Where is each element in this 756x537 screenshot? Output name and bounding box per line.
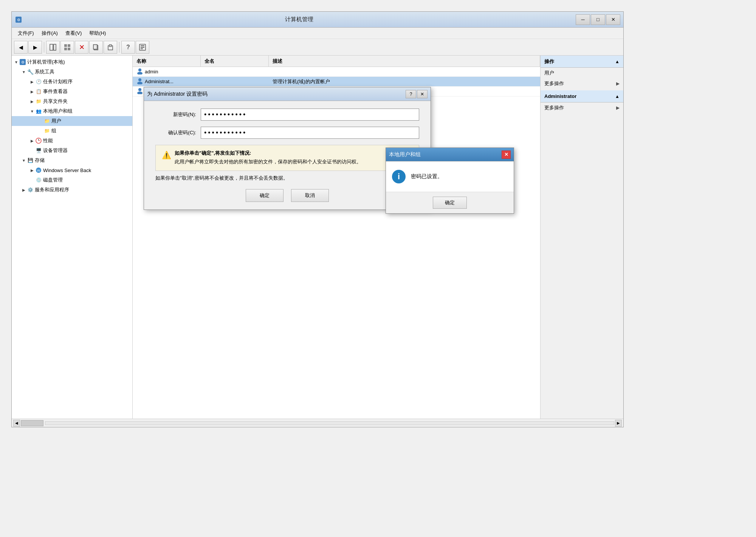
tree-label-3: 共享文件夹	[43, 98, 68, 105]
user-desc-1: 管理计算机(域)的内置帐户	[269, 78, 540, 85]
info-ok-button[interactable]: 确定	[433, 197, 467, 209]
tree-item-1[interactable]: ▶ 🕐 任务计划程序	[12, 77, 132, 87]
menu-view[interactable]: 查看(V)	[62, 29, 85, 37]
new-password-label: 新密码(N):	[155, 111, 201, 118]
toolbar-show-hide[interactable]	[46, 41, 60, 54]
right-section-title-1: 操作 ▲	[541, 56, 623, 68]
scroll-thumb[interactable]	[21, 420, 43, 426]
tree-item-9[interactable]: ▼ 💾 存储	[12, 155, 132, 165]
password-cancel-button[interactable]: 取消	[291, 189, 329, 202]
scroll-track[interactable]	[45, 421, 614, 425]
svg-point-23	[138, 68, 141, 71]
tree-toggle-7[interactable]: ▶	[29, 138, 35, 144]
close-button[interactable]: ✕	[606, 14, 620, 25]
tree-item-7[interactable]: ▶ 性能	[12, 136, 132, 146]
right-section-subtitle-1: 用户	[541, 68, 623, 78]
toolbar-back[interactable]: ◀	[14, 41, 28, 54]
svg-point-28	[137, 92, 143, 94]
warning-icon: ⚠️	[162, 151, 171, 160]
new-password-input[interactable]	[201, 109, 419, 121]
svg-rect-9	[93, 45, 97, 49]
svg-rect-2	[50, 44, 53, 50]
confirm-password-input[interactable]	[201, 127, 419, 139]
tree-root[interactable]: ▼ ⚙ 计算机管理(本地)	[12, 57, 132, 67]
toolbar: ◀ ▶ ✕	[12, 39, 623, 56]
info-dialog-close[interactable]: ✕	[502, 151, 511, 159]
toolbar-layout[interactable]	[60, 41, 74, 54]
password-ok-button[interactable]: 确定	[246, 189, 284, 202]
toolbar-help[interactable]: ?	[121, 41, 135, 54]
tree-item-12[interactable]: ▶ ⚙️ 服务和应用程序	[12, 185, 132, 195]
tree-toggle-2[interactable]: ▶	[29, 88, 35, 95]
tree-toggle-12[interactable]: ▶	[21, 187, 27, 193]
menu-help[interactable]: 帮助(H)	[86, 29, 109, 37]
tree-label-0: 系统工具	[35, 68, 54, 75]
tree-icon-7	[35, 137, 42, 144]
tree-item-4[interactable]: ▼ 👥 本地用户和组	[12, 106, 132, 116]
user-icon-1	[136, 78, 143, 85]
svg-rect-15	[141, 48, 143, 49]
header-name[interactable]: 名称	[133, 56, 201, 67]
header-fullname[interactable]: 全名	[201, 56, 269, 67]
info-dialog-title: 本地用户和组	[389, 151, 421, 158]
tree-item-2[interactable]: ▶ 📋 事件查看器	[12, 87, 132, 96]
confirm-password-label: 确认密码(C):	[155, 129, 201, 136]
user-icon-2	[136, 87, 143, 95]
tree-toggle-10[interactable]: ▶	[29, 167, 35, 173]
confirm-password-row: 确认密码(C):	[155, 127, 419, 139]
tree-item-6[interactable]: ▶ 📁 组	[12, 126, 132, 136]
toolbar-forward[interactable]: ▶	[28, 41, 42, 54]
tree-toggle-9[interactable]: ▼	[21, 157, 27, 163]
tree-root-toggle[interactable]: ▼	[13, 59, 19, 65]
scroll-right[interactable]: ▶	[615, 420, 622, 427]
password-dialog-close[interactable]: ✕	[417, 90, 428, 98]
tree-label-6: 组	[51, 127, 56, 134]
toolbar-copy[interactable]	[89, 41, 103, 54]
menu-file[interactable]: 文件(F)	[15, 29, 37, 37]
tree-toggle-4[interactable]: ▼	[29, 108, 35, 114]
scroll-left[interactable]: ◀	[13, 420, 20, 427]
toolbar-delete[interactable]: ✕	[75, 41, 88, 54]
right-section-title-2: Administrator ▲	[541, 90, 623, 102]
tree-icon-4: 👥	[35, 108, 42, 115]
toolbar-properties[interactable]	[136, 41, 149, 54]
app-icon: ⚙	[15, 16, 22, 23]
tree-item-5[interactable]: ▶ 📁 用户	[12, 116, 132, 126]
maximize-button[interactable]: □	[591, 14, 605, 25]
user-row-0[interactable]: admin	[133, 67, 540, 77]
info-message: 密码已设置。	[411, 173, 443, 180]
tree-toggle-3[interactable]: ▶	[29, 98, 35, 104]
tree-toggle-0[interactable]: ▼	[21, 69, 27, 75]
tree-toggle-1[interactable]: ▶	[29, 79, 35, 85]
tree-item-10[interactable]: ▶ W Windows Server Back	[12, 165, 132, 175]
tree-item-3[interactable]: ▶ 📁 共享文件夹	[12, 96, 132, 106]
header-description[interactable]: 描述	[269, 56, 540, 67]
right-action-more-2[interactable]: 更多操作 ▶	[541, 102, 623, 113]
right-action-more-1[interactable]: 更多操作 ▶	[541, 78, 623, 89]
tree-item-0[interactable]: ▼ 🔧 系统工具	[12, 67, 132, 77]
svg-text:⚙: ⚙	[17, 18, 20, 22]
tree-root-label: 计算机管理(本地)	[27, 59, 65, 65]
right-section-arrow-1: ▲	[615, 59, 620, 64]
tree-icon-0: 🔧	[27, 68, 34, 75]
right-action-arrow-2: ▶	[616, 105, 620, 110]
svg-rect-11	[109, 45, 112, 47]
minimize-button[interactable]: ─	[576, 14, 590, 25]
toolbar-paste[interactable]	[104, 41, 117, 54]
svg-rect-5	[68, 44, 70, 47]
user-row-1[interactable]: Administrat... 管理计算机(域)的内置帐户	[133, 77, 540, 87]
svg-text:⚙: ⚙	[21, 60, 25, 64]
menu-action[interactable]: 操作(A)	[39, 29, 61, 37]
password-dialog-title: 为 Administrator 设置密码	[147, 91, 208, 98]
tree-item-8[interactable]: ▶ 🖥️ 设备管理器	[12, 146, 132, 155]
password-dialog-controls: ? ✕	[406, 90, 428, 98]
tree-label-9: 存储	[35, 157, 45, 164]
svg-point-24	[137, 72, 143, 74]
warning-box: ⚠️ 如果你单击"确定",将发生如下情况: 此用户帐户将立即失去对他的所有加密的…	[155, 145, 419, 171]
password-dialog-help[interactable]: ?	[406, 90, 416, 98]
tree-item-11[interactable]: ▶ 💿 磁盘管理	[12, 175, 132, 185]
tree-icon-5: 📁	[43, 118, 50, 124]
tree-icon-11: 💿	[35, 177, 42, 183]
svg-rect-13	[141, 45, 144, 46]
user-name-1: Administrat...	[133, 78, 201, 85]
